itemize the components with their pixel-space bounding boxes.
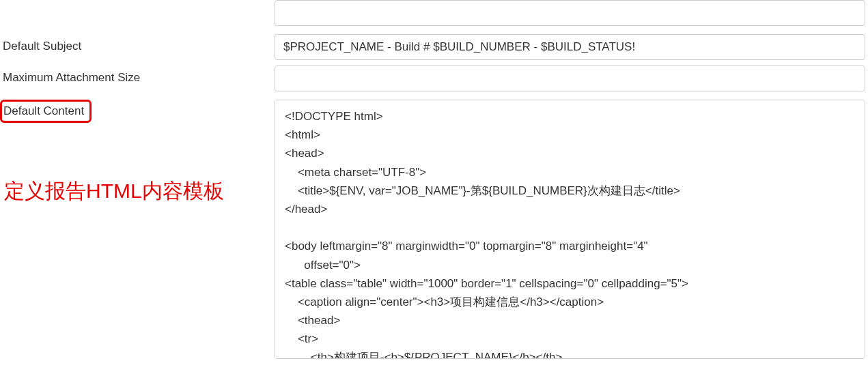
default-subject-label: Default Subject: [3, 34, 275, 53]
annotation-text: 定义报告HTML内容模板: [4, 177, 224, 205]
max-attachment-size-label: Maximum Attachment Size: [3, 66, 275, 85]
default-content-label: Default Content: [3, 104, 84, 117]
max-attachment-size-input[interactable]: [275, 66, 865, 91]
top-label-spacer: [3, 0, 275, 5]
default-content-textarea[interactable]: [275, 100, 865, 359]
default-subject-input[interactable]: [275, 34, 865, 60]
default-content-highlight: Default Content: [0, 100, 92, 123]
top-input[interactable]: [275, 0, 865, 26]
